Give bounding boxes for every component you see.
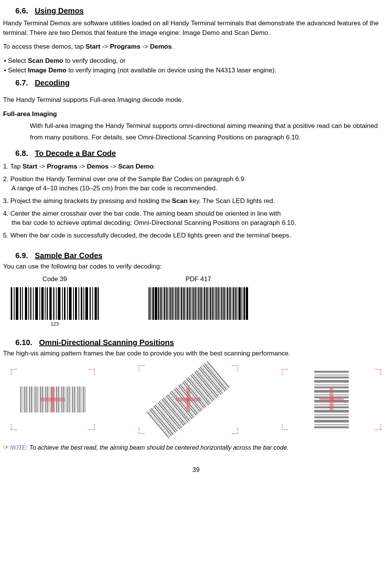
- paragraph-indented: With full-area imaging the Handy Termina…: [30, 120, 389, 143]
- svg-rect-13: [47, 287, 48, 320]
- svg-rect-22: [73, 287, 74, 320]
- bullet-item: • Select Image Demo to verify imaging (n…: [4, 66, 389, 75]
- text-bold: Demos: [150, 43, 172, 50]
- paragraph: Handy Terminal Demos are software utilit…: [3, 19, 389, 38]
- svg-rect-3: [20, 287, 21, 320]
- barcode-value: 123: [51, 321, 59, 328]
- text: .: [154, 163, 155, 170]
- text-bold: Scan Demo: [28, 57, 64, 64]
- note-label: NOTE:: [10, 444, 28, 451]
- text: to verify decoding, or: [63, 57, 126, 64]
- heading-6-10: 6.10. Omni-Directional Scanning Position…: [3, 337, 389, 348]
- text-bold: Programs: [47, 163, 77, 170]
- step-3: 3. Project the aiming brackets by pressi…: [3, 196, 389, 206]
- svg-rect-17: [58, 287, 60, 320]
- svg-rect-7: [30, 287, 31, 320]
- step-1: 1. Tap Start -> Programs -> Demos -> Sca…: [3, 162, 389, 172]
- text: ->: [100, 43, 110, 50]
- text: 4. Center the aimer crosshair over the b…: [3, 209, 389, 219]
- heading-num: 6.10.: [15, 337, 32, 348]
- svg-rect-10: [39, 287, 40, 320]
- heading-6-9: 6.9. Sample Bar Codes: [3, 250, 389, 261]
- svg-rect-4: [22, 287, 23, 320]
- text: ->: [109, 163, 118, 170]
- scan-position-diagonal: [139, 365, 238, 434]
- svg-rect-18: [62, 287, 63, 320]
- svg-rect-31: [98, 287, 99, 320]
- text-bold: Programs: [110, 43, 140, 50]
- text: the bar code to achieve optimal decoding…: [11, 218, 389, 228]
- text: .: [172, 43, 173, 50]
- page-number: 39: [3, 465, 389, 475]
- svg-rect-0: [11, 287, 12, 320]
- barcode-samples: Code 39 123 PDF 417: [3, 275, 389, 327]
- scan-position-vertical: [282, 369, 381, 430]
- heading-6-7: 6.7. Decoding: [3, 77, 389, 88]
- heading-num: 6.9.: [15, 250, 28, 261]
- heading-num: 6.6.: [15, 5, 28, 16]
- svg-rect-21: [69, 287, 72, 320]
- svg-rect-11: [41, 287, 44, 320]
- pointing-hand-icon: ☞: [3, 444, 9, 451]
- text: A range of 4–10 inches (10–25 cm) from t…: [11, 184, 389, 193]
- text-bold: Start: [85, 43, 100, 50]
- step-5: 5. When the bar code is successfully dec…: [3, 231, 389, 241]
- barcode-label: PDF 417: [185, 275, 211, 284]
- bracket-corner-icon: [11, 369, 17, 375]
- svg-rect-19: [64, 287, 65, 320]
- svg-rect-6: [28, 287, 29, 320]
- barcode-code39: Code 39 123: [11, 275, 99, 327]
- heading-title: Omni-Directional Scanning Positions: [39, 338, 174, 347]
- text-bold: Start: [23, 163, 38, 170]
- code39-icon: [11, 287, 99, 320]
- text: key. The Scan LED lights red.: [188, 197, 275, 205]
- bracket-corner-icon: [89, 424, 95, 430]
- svg-rect-12: [45, 287, 46, 320]
- heading-title: To Decode a Bar Code: [35, 149, 116, 157]
- step-2: 2. Position the Handy Terminal over one …: [3, 175, 389, 193]
- text: 1. Tap: [3, 163, 23, 170]
- svg-rect-28: [90, 287, 91, 320]
- text: To access these demos, tap: [3, 43, 85, 50]
- text-bold: Scan Demo: [118, 163, 154, 170]
- bracket-corner-icon: [282, 369, 288, 375]
- svg-rect-5: [25, 287, 27, 320]
- bracket-corner-icon: [89, 369, 95, 375]
- heading-title: Using Demos: [35, 7, 84, 15]
- text: ->: [140, 43, 150, 50]
- svg-rect-27: [85, 287, 88, 320]
- svg-rect-25: [81, 287, 82, 320]
- svg-rect-26: [83, 287, 84, 320]
- svg-rect-16: [56, 287, 57, 320]
- text: to verify imaging (not available on devi…: [67, 67, 276, 74]
- heading-title: Sample Bar Codes: [35, 251, 103, 260]
- svg-rect-1: [14, 287, 15, 320]
- text-bold: Demos: [87, 163, 109, 170]
- scanning-positions-figure: [11, 365, 381, 434]
- heading-num: 6.7.: [15, 77, 28, 88]
- bracket-corner-icon: [282, 424, 288, 430]
- paragraph: You can use the following bar codes to v…: [3, 262, 389, 272]
- barcode-pdf417: PDF 417: [149, 275, 248, 327]
- paragraph: The high-vis aiming pattern frames the b…: [3, 349, 389, 359]
- text: 2. Position the Handy Terminal over one …: [3, 175, 389, 184]
- svg-rect-23: [75, 287, 77, 320]
- text: • Select: [4, 67, 28, 74]
- barcode-label: Code 39: [42, 275, 67, 284]
- text: ->: [37, 163, 47, 170]
- step-4: 4. Center the aimer crosshair over the b…: [3, 209, 389, 228]
- svg-rect-15: [53, 287, 54, 320]
- subheading: Full-area Imaging: [3, 110, 389, 119]
- text-bold: Scan: [172, 197, 188, 205]
- text-bold: Image Demo: [28, 67, 67, 74]
- bracket-corner-icon: [375, 369, 381, 375]
- text: 3. Project the aiming brackets by pressi…: [3, 197, 172, 205]
- note-text: To achieve the best read, the aiming bea…: [29, 444, 289, 451]
- pdf417-icon: [149, 287, 248, 320]
- paragraph: The Handy Terminal supports Full-area Im…: [3, 95, 389, 105]
- paragraph: To access these demos, tap Start -> Prog…: [3, 42, 389, 52]
- svg-rect-24: [78, 287, 79, 320]
- text: • Select: [4, 57, 28, 64]
- bullet-item: • Select Scan Demo to verify decoding, o…: [4, 56, 389, 66]
- bracket-corner-icon: [11, 424, 17, 430]
